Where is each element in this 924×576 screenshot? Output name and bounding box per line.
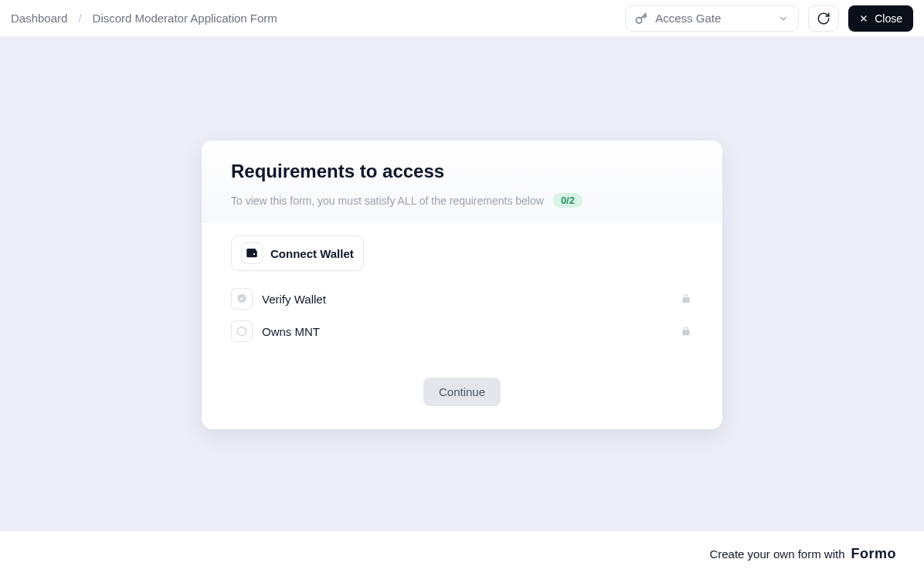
footer-text: Create your own form with [709,547,844,561]
access-gate-select[interactable]: Access Gate [625,5,799,32]
progress-badge: 0/2 [553,193,583,208]
breadcrumb-current: Discord Moderator Application Form [93,12,277,25]
cube-icon [231,320,253,342]
lock-icon [681,293,691,304]
card-body: Connect Wallet Verify Wallet Owns MNT [202,223,722,429]
connect-wallet-button[interactable]: Connect Wallet [231,235,364,271]
access-gate-label: Access Gate [655,12,721,25]
card-header: Requirements to access To view this form… [202,141,722,223]
card-subtitle-row: To view this form, you must satisfy ALL … [231,193,693,208]
refresh-icon [817,12,831,25]
continue-row: Continue [231,378,693,406]
refresh-button[interactable] [808,5,839,32]
card-subtitle: To view this form, you must satisfy ALL … [231,195,544,207]
lock-icon [681,326,691,337]
close-icon [859,14,868,23]
breadcrumb-separator: / [78,12,81,25]
step-verify-wallet: Verify Wallet [231,283,693,314]
requirements-card: Requirements to access To view this form… [202,141,722,429]
close-button[interactable]: Close [848,5,913,32]
breadcrumb: Dashboard / Discord Moderator Applicatio… [11,12,277,25]
verify-icon [231,288,253,310]
step-owns-mnt: Owns MNT [231,316,693,347]
stage: Requirements to access To view this form… [0,37,924,530]
owns-mnt-label: Owns MNT [262,325,320,338]
top-actions: Access Gate Close [625,5,913,32]
topbar: Dashboard / Discord Moderator Applicatio… [0,0,924,37]
verify-wallet-label: Verify Wallet [262,293,326,306]
close-label: Close [875,12,902,25]
continue-button[interactable]: Continue [423,378,501,406]
step-connect-wallet: Connect Wallet [231,235,693,271]
connect-wallet-label: Connect Wallet [270,247,354,260]
wallet-icon [241,242,263,264]
footer-brand[interactable]: Formo [851,546,897,562]
card-title: Requirements to access [231,161,693,182]
chevron-down-icon [778,13,789,24]
footer: Create your own form with Formo [0,530,924,576]
breadcrumb-root[interactable]: Dashboard [11,12,67,25]
key-icon [635,12,647,25]
